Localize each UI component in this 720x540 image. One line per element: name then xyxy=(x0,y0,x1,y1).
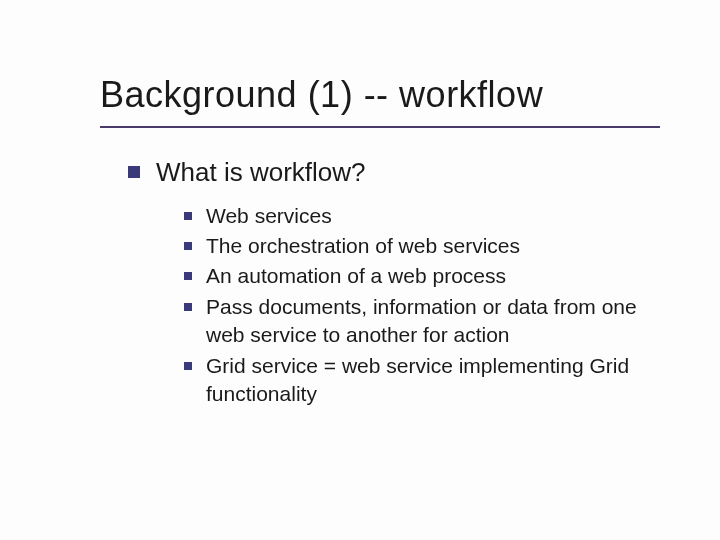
level1-text: What is workflow? xyxy=(156,156,366,190)
slide: Background (1) -- workflow What is workf… xyxy=(0,0,720,540)
slide-title: Background (1) -- workflow xyxy=(100,74,680,116)
square-bullet-icon xyxy=(184,272,192,280)
bullet-level2: An automation of a web process xyxy=(184,262,680,290)
square-bullet-icon xyxy=(184,242,192,250)
level2-text: Pass documents, information or data from… xyxy=(206,293,680,350)
level2-text: An automation of a web process xyxy=(206,262,506,290)
square-bullet-icon xyxy=(128,166,140,178)
bullet-level2: Pass documents, information or data from… xyxy=(184,293,680,350)
square-bullet-icon xyxy=(184,212,192,220)
level2-text: Grid service = web service implementing … xyxy=(206,352,680,409)
bullet-level2: Web services xyxy=(184,202,680,230)
level2-text: The orchestration of web services xyxy=(206,232,520,260)
square-bullet-icon xyxy=(184,362,192,370)
bullet-level1: What is workflow? xyxy=(100,156,680,190)
title-underline xyxy=(100,126,660,128)
square-bullet-icon xyxy=(184,303,192,311)
level2-text: Web services xyxy=(206,202,332,230)
bullet-level2: The orchestration of web services xyxy=(184,232,680,260)
bullet-level2-group: Web services The orchestration of web se… xyxy=(100,202,680,408)
bullet-level2: Grid service = web service implementing … xyxy=(184,352,680,409)
